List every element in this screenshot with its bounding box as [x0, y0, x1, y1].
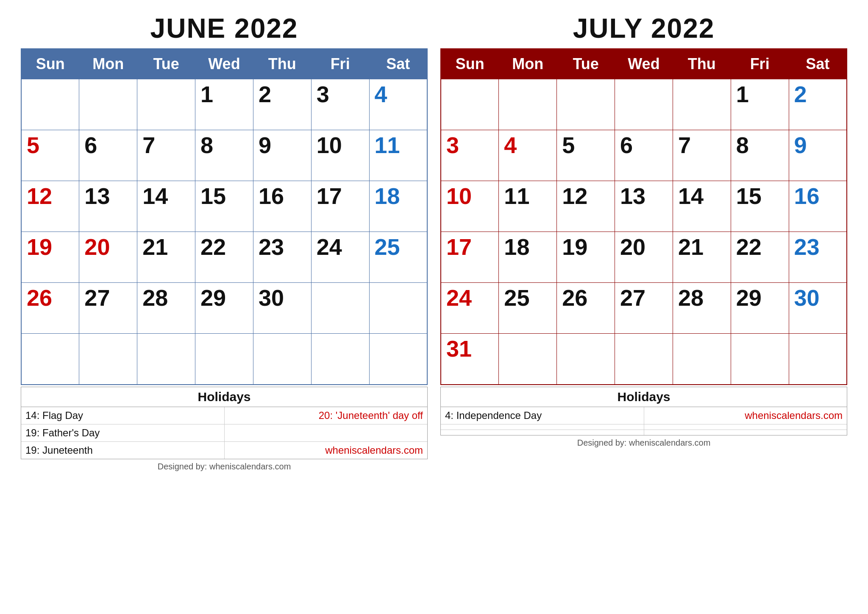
- day-cell: 26: [21, 283, 79, 334]
- holiday-row: 19: Juneteenthwheniscalendars.com: [21, 442, 427, 459]
- day-number: 10: [446, 183, 472, 209]
- day-cell: [369, 334, 427, 385]
- holiday-right: [644, 430, 847, 435]
- day-cell: [137, 79, 195, 130]
- day-number: 17: [446, 234, 472, 260]
- header-cell-sun: Sun: [441, 49, 499, 79]
- july-calendar: JULY 2022 SunMonTueWedThuFriSat 12345678…: [440, 13, 847, 448]
- june-title: JUNE 2022: [21, 13, 428, 44]
- week-row: 31: [441, 334, 847, 385]
- day-number: 11: [375, 132, 400, 158]
- day-cell: 14: [137, 181, 195, 232]
- day-cell: [21, 79, 79, 130]
- june-grid: SunMonTueWedThuFriSat 123456789101112131…: [21, 48, 428, 385]
- holiday-left: [441, 424, 644, 430]
- week-row: 10111213141516: [441, 181, 847, 232]
- day-cell: 27: [615, 283, 673, 334]
- day-cell: 10: [441, 181, 499, 232]
- day-cell: 21: [673, 232, 731, 283]
- day-cell: 9: [253, 130, 311, 181]
- day-number: 5: [562, 132, 575, 158]
- day-cell: [557, 79, 615, 130]
- header-cell-mon: Mon: [79, 49, 137, 79]
- day-cell: [499, 334, 557, 385]
- day-number: 13: [620, 183, 645, 209]
- june-holidays-title: Holidays: [21, 387, 427, 407]
- day-cell: [673, 79, 731, 130]
- day-cell: 7: [137, 130, 195, 181]
- week-row: 3456789: [441, 130, 847, 181]
- holiday-right: wheniscalendars.com: [644, 407, 847, 424]
- day-number: 20: [620, 234, 645, 260]
- day-cell: 7: [673, 130, 731, 181]
- day-cell: 29: [731, 283, 789, 334]
- day-number: 26: [562, 285, 587, 310]
- day-cell: 23: [253, 232, 311, 283]
- day-number: 5: [27, 132, 39, 158]
- day-number: 6: [620, 132, 633, 158]
- day-cell: 4: [369, 79, 427, 130]
- week-row: 567891011: [21, 130, 427, 181]
- day-cell: 6: [615, 130, 673, 181]
- day-cell: [195, 334, 253, 385]
- day-cell: [499, 79, 557, 130]
- day-cell: 29: [195, 283, 253, 334]
- day-cell: [79, 334, 137, 385]
- day-number: 20: [84, 234, 110, 260]
- day-number: 18: [375, 183, 400, 209]
- day-number: 3: [317, 81, 329, 107]
- day-cell: 30: [789, 283, 847, 334]
- holiday-left: 14: Flag Day: [21, 407, 225, 424]
- day-cell: 22: [731, 232, 789, 283]
- week-row: 19202122232425: [21, 232, 427, 283]
- june-holiday-rows: 14: Flag Day20: 'Juneteenth' day off19: …: [21, 407, 427, 459]
- day-number: 14: [142, 183, 168, 209]
- day-number: 19: [27, 234, 52, 260]
- day-number: 1: [200, 81, 213, 107]
- day-cell: 28: [137, 283, 195, 334]
- day-number: 15: [200, 183, 226, 209]
- week-row: 1234: [21, 79, 427, 130]
- day-cell: 1: [731, 79, 789, 130]
- day-number: 31: [446, 336, 472, 361]
- day-cell: [79, 79, 137, 130]
- day-cell: [615, 334, 673, 385]
- july-holidays: Holidays 4: Independence Daywheniscalend…: [440, 387, 847, 435]
- header-cell-tue: Tue: [137, 49, 195, 79]
- day-number: 1: [736, 81, 749, 107]
- day-number: 4: [375, 81, 387, 107]
- june-calendar: JUNE 2022 SunMonTueWedThuFriSat 12345678…: [21, 13, 428, 472]
- day-number: 19: [562, 234, 587, 260]
- day-cell: 21: [137, 232, 195, 283]
- day-number: 16: [794, 183, 820, 209]
- day-cell: [673, 334, 731, 385]
- july-title: JULY 2022: [440, 13, 847, 44]
- day-cell: 28: [673, 283, 731, 334]
- day-cell: 30: [253, 283, 311, 334]
- header-cell-fri: Fri: [311, 49, 369, 79]
- header-cell-wed: Wed: [195, 49, 253, 79]
- header-cell-tue: Tue: [557, 49, 615, 79]
- day-cell: 14: [673, 181, 731, 232]
- day-cell: 1: [195, 79, 253, 130]
- day-number: 21: [142, 234, 168, 260]
- holiday-row: 19: Father's Day: [21, 424, 427, 442]
- day-number: 10: [317, 132, 342, 158]
- july-grid: SunMonTueWedThuFriSat 123456789101112131…: [440, 48, 847, 385]
- day-cell: 2: [789, 79, 847, 130]
- day-number: 4: [504, 132, 517, 158]
- day-cell: [441, 79, 499, 130]
- day-number: 11: [504, 183, 529, 209]
- day-number: 13: [84, 183, 110, 209]
- day-cell: 11: [369, 130, 427, 181]
- day-cell: 24: [441, 283, 499, 334]
- header-cell-mon: Mon: [499, 49, 557, 79]
- week-row: 12: [441, 79, 847, 130]
- day-number: 23: [794, 234, 820, 260]
- day-number: 18: [504, 234, 529, 260]
- day-number: 27: [84, 285, 110, 310]
- week-row: 12131415161718: [21, 181, 427, 232]
- day-number: 17: [317, 183, 342, 209]
- day-cell: 27: [79, 283, 137, 334]
- day-cell: 16: [789, 181, 847, 232]
